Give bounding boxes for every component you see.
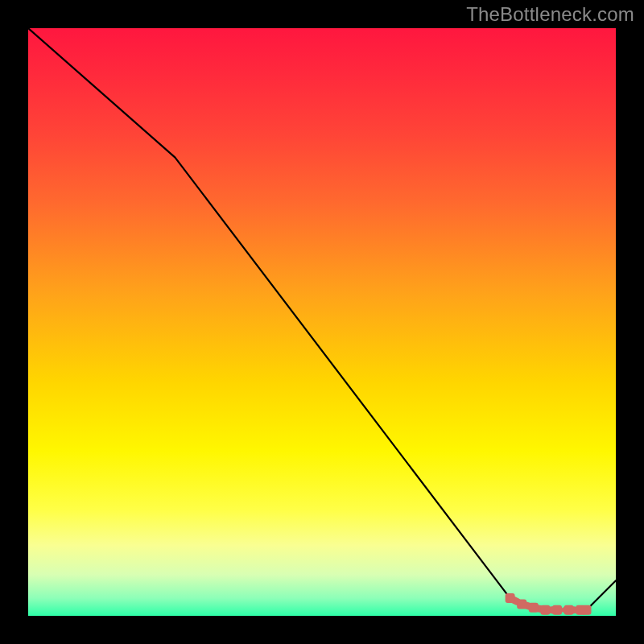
marker-point xyxy=(506,593,515,603)
curve-line xyxy=(28,28,616,610)
marker-point xyxy=(540,605,550,615)
marker-point xyxy=(529,603,539,613)
marker-point xyxy=(552,605,562,615)
watermark-text: TheBottleneck.com xyxy=(466,3,634,26)
chart-container: TheBottleneck.com xyxy=(0,0,644,644)
marker-group xyxy=(506,593,592,615)
marker-point xyxy=(582,605,592,615)
marker-point xyxy=(564,605,574,615)
chart-svg xyxy=(28,28,616,616)
plot-area xyxy=(28,28,616,616)
marker-point xyxy=(517,599,526,609)
